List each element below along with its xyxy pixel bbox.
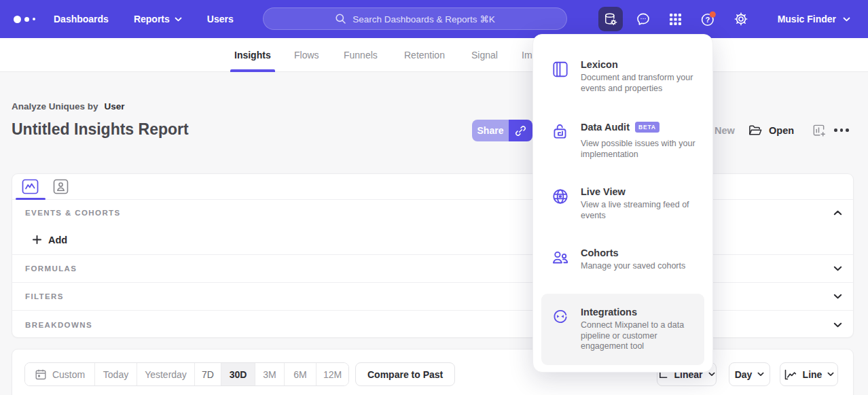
compare-to-past-button[interactable]: Compare to Past <box>355 362 455 386</box>
date-range-yesterday[interactable]: Yesterday <box>137 363 195 385</box>
date-range-30d[interactable]: 30D <box>221 363 255 385</box>
chevron-down-icon[interactable] <box>833 322 842 328</box>
mixpanel-logo-icon[interactable] <box>14 0 35 38</box>
link-icon <box>514 124 527 137</box>
date-range-12m[interactable]: 12M <box>317 363 348 385</box>
tab-profiles-builder[interactable] <box>53 179 69 194</box>
nav-dashboards[interactable]: Dashboards <box>54 14 109 24</box>
breadcrumb-prefix: Analyze Uniques by <box>12 101 98 111</box>
section-formulas[interactable]: FORMULAS <box>12 254 853 282</box>
tab-insights[interactable]: Insights <box>234 38 271 72</box>
section-breakdowns[interactable]: BREAKDOWNS <box>12 310 853 339</box>
feedback-bubble-icon <box>635 11 651 27</box>
nav-users[interactable]: Users <box>207 14 234 24</box>
menu-item-live-view[interactable]: Live View View a live streaming feed of … <box>533 186 712 221</box>
svg-text:?: ? <box>706 15 710 23</box>
copy-link-button[interactable] <box>509 120 532 141</box>
top-navigation: Dashboards Reports Users <box>54 0 234 38</box>
new-report-button[interactable]: New <box>715 125 735 136</box>
add-label: Add <box>48 235 67 245</box>
apps-menu-button[interactable] <box>664 7 688 31</box>
tab-signal[interactable]: Signal <box>471 38 498 72</box>
tab-funnels[interactable]: Funnels <box>344 38 378 72</box>
settings-button[interactable] <box>729 7 753 31</box>
integrations-sync-icon <box>551 307 570 326</box>
search-icon <box>335 13 346 24</box>
profile-icon <box>53 179 69 194</box>
chevron-down-icon <box>708 372 715 377</box>
menu-item-title: Data Audit <box>581 122 630 133</box>
tab-retention[interactable]: Retention <box>404 38 445 72</box>
data-management-button[interactable] <box>598 7 623 31</box>
help-icon: ? <box>700 11 717 28</box>
share-button[interactable]: Share <box>472 120 509 141</box>
lexicon-icon <box>551 60 570 79</box>
live-view-globe-icon <box>551 187 570 206</box>
date-range-3m[interactable]: 3M <box>255 363 285 385</box>
menu-item-cohorts[interactable]: Cohorts Manage your saved cohorts <box>533 247 712 272</box>
query-builder-panel: EVENTS & COHORTS Add FORMULAS FILTERS BR… <box>12 173 854 338</box>
search-input[interactable]: Search Dashboards & Reports ⌘K <box>263 7 567 30</box>
menu-item-title: Cohorts <box>581 247 619 258</box>
menu-item-lexicon[interactable]: Lexicon Document and transform your even… <box>533 59 712 94</box>
chevron-down-icon <box>827 372 834 377</box>
chart-type-dropdown[interactable]: Line <box>780 362 838 386</box>
menu-item-description: View possible issues with your implement… <box>581 139 702 160</box>
open-report-button[interactable]: Open <box>748 123 794 137</box>
chevron-down-icon[interactable] <box>833 266 842 271</box>
plus-icon <box>33 235 41 244</box>
menu-item-data-audit[interactable]: Data Audit BETA View possible issues wit… <box>533 122 712 160</box>
add-event-row: Add <box>12 225 853 254</box>
share-button-group: Share <box>472 120 532 141</box>
feedback-button[interactable] <box>631 7 655 31</box>
date-range-today[interactable]: Today <box>95 363 137 385</box>
help-button[interactable]: ? <box>696 7 721 31</box>
chevron-up-icon[interactable] <box>833 210 842 216</box>
date-range-6m[interactable]: 6M <box>285 363 317 385</box>
tab-events-builder[interactable] <box>22 179 39 194</box>
chevron-down-icon[interactable] <box>833 294 842 299</box>
section-label: BREAKDOWNS <box>25 321 92 329</box>
chevron-down-icon <box>175 17 182 22</box>
more-options-button[interactable] <box>834 128 849 132</box>
breadcrumb-entity-selector[interactable]: User <box>105 101 125 111</box>
breadcrumb: Analyze Uniques by User <box>12 101 125 111</box>
chevron-down-icon <box>757 372 764 377</box>
menu-item-description: Connect Mixpanel to a data pipeline or c… <box>581 320 702 352</box>
database-gear-icon <box>602 12 618 27</box>
cohorts-people-icon <box>551 248 570 267</box>
section-label: EVENTS & COHORTS <box>25 209 121 217</box>
section-events-cohorts[interactable]: EVENTS & COHORTS <box>12 200 853 225</box>
calendar-icon <box>35 368 47 381</box>
date-range-7d[interactable]: 7D <box>195 363 221 385</box>
data-audit-icon <box>551 122 570 141</box>
menu-item-description: View a live streaming feed of events <box>581 200 702 221</box>
topbar: Dashboards Reports Users Search Dashboar… <box>0 0 868 38</box>
date-range-control: Custom Today Yesterday 7D 30D 3M 6M 12M <box>24 362 349 386</box>
topbar-icons: ? Music Finder <box>598 0 868 38</box>
add-to-dashboard-button[interactable] <box>812 123 826 137</box>
interval-dropdown[interactable]: Day <box>729 362 770 386</box>
chart-controls-panel: Custom Today Yesterday 7D 30D 3M 6M 12M … <box>12 349 854 395</box>
builder-tabs <box>12 174 853 200</box>
menu-item-description: Manage your saved cohorts <box>581 261 702 272</box>
date-range-custom[interactable]: Custom <box>25 363 95 385</box>
workspace-selector[interactable]: Music Finder <box>778 14 850 24</box>
page-title[interactable]: Untitled Insights Report <box>12 120 189 139</box>
open-label: Open <box>769 125 794 136</box>
nav-reports[interactable]: Reports <box>134 14 182 24</box>
menu-item-title: Lexicon <box>581 59 618 70</box>
chevron-down-icon <box>843 17 850 22</box>
apps-dropdown-panel: Lexicon Document and transform your even… <box>532 34 713 373</box>
notification-dot <box>710 11 716 17</box>
add-event-button[interactable]: Add <box>33 235 67 245</box>
page: Dashboards Reports Users Search Dashboar… <box>0 0 868 395</box>
section-filters[interactable]: FILTERS <box>12 282 853 310</box>
menu-item-integrations[interactable]: Integrations Connect Mixpanel to a data … <box>541 294 704 365</box>
gear-icon <box>733 11 749 27</box>
workspace-name: Music Finder <box>778 14 836 24</box>
section-label: FILTERS <box>25 292 64 300</box>
tab-flows[interactable]: Flows <box>294 38 319 72</box>
menu-item-title: Live View <box>581 186 626 197</box>
apps-grid-icon <box>668 12 683 27</box>
